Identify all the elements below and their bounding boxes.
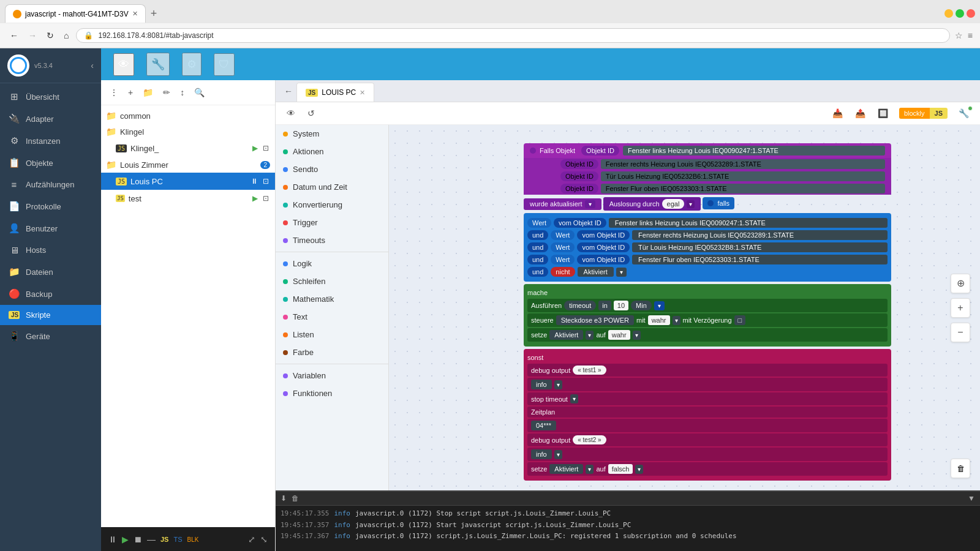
pause-louis-button[interactable]: ⏸: [249, 176, 259, 187]
block-mache[interactable]: mache Ausführen timeout in 10 Min: [524, 284, 891, 347]
close-button[interactable]: [967, 9, 975, 18]
sidebar-item-hosts[interactable]: 🖥 Hosts: [0, 239, 101, 261]
blockly-canvas[interactable]: Falls Objekt Objekt ID Fenster links Hei…: [389, 125, 980, 490]
editor-refresh-button[interactable]: ↺: [304, 106, 318, 121]
sidebar-item-gerate[interactable]: 📱 Geräte: [0, 325, 101, 347]
header-wrench-button[interactable]: 🔧: [146, 53, 170, 76]
run-klingel-button[interactable]: ▶: [251, 143, 259, 154]
refresh-button[interactable]: ↻: [44, 28, 56, 43]
cat-sendto[interactable]: Sendto: [276, 160, 388, 178]
sidebar-item-ubersicht[interactable]: ⊞ Übersicht: [0, 86, 101, 108]
cat-trigger[interactable]: Trigger: [276, 214, 388, 231]
folder-klingel[interactable]: 📁 Klingel: [101, 124, 275, 140]
block-zeitplan[interactable]: Zeitplan: [527, 407, 888, 418]
editor-tab-louis-pc[interactable]: JS LOUIS PC ✕: [296, 83, 374, 102]
cat-konvertierung[interactable]: Konvertierung: [276, 196, 388, 214]
open-louis-button[interactable]: ⊡: [262, 176, 270, 187]
block-setze[interactable]: setze Aktiviert ▾ auf wahr ▾: [527, 328, 888, 342]
open-test-button[interactable]: ⊡: [262, 193, 270, 204]
trash-button[interactable]: 🗑: [951, 459, 970, 478]
sort-button[interactable]: ↕: [176, 85, 188, 100]
cat-funktionen[interactable]: Funktionen: [276, 384, 388, 402]
block-debug2[interactable]: debug output « test2 »: [527, 433, 888, 446]
add-script-button[interactable]: +: [124, 85, 137, 100]
back-button[interactable]: ←: [7, 28, 21, 43]
script-test[interactable]: JS test ▶ ⊡: [101, 190, 275, 207]
sidebar-item-benutzer[interactable]: 👤 Benutzer: [0, 217, 101, 239]
block-falls-header[interactable]: Falls Objekt Objekt ID Fenster links Hei…: [524, 143, 891, 158]
zoom-in-button[interactable]: +: [951, 298, 970, 318]
block-debug1[interactable]: debug output « test1 »: [527, 364, 888, 377]
block-stop-timeout[interactable]: stop timeout ▾: [527, 392, 888, 405]
block-falls-objekt[interactable]: Falls Objekt Objekt ID Fenster links Hei…: [524, 143, 891, 481]
sidebar-item-objekte[interactable]: 📋 Objekte: [0, 152, 101, 174]
script-louis-pc[interactable]: JS Louis PC ⏸ ⊡: [101, 173, 275, 190]
cat-mathematik[interactable]: Mathematik: [276, 290, 388, 308]
collapse-sidebar-button[interactable]: ‹: [91, 61, 94, 70]
blockly-mode-button[interactable]: BLK: [187, 536, 199, 543]
sidebar-item-aufzahlungen[interactable]: ≡ Aufzählungen: [0, 174, 101, 195]
close-tab-editor-button[interactable]: ✕: [360, 89, 365, 97]
block-sonst[interactable]: sonst debug output « test1 »: [524, 349, 891, 481]
cat-schleifen[interactable]: Schleifen: [276, 272, 388, 290]
cat-datum[interactable]: Datum und Zeit: [276, 178, 388, 196]
block-setze-falsch[interactable]: setze Aktiviert ▾ auf falsch ▾: [527, 462, 888, 476]
settings-button[interactable]: 🔧: [955, 106, 973, 121]
active-tab[interactable]: javascript - mahott-G41MT-D3V ✕: [5, 4, 146, 23]
sidebar-item-skripte[interactable]: JS Skripte: [0, 305, 101, 325]
menu-button[interactable]: ≡: [968, 31, 973, 40]
sidebar-item-adapter[interactable]: 🔌 Adapter: [0, 108, 101, 130]
navigate-button[interactable]: ⊕: [951, 274, 970, 293]
sidebar-item-protokolle[interactable]: 📄 Protokolle: [0, 195, 101, 217]
editor-eye-button[interactable]: 👁: [283, 106, 299, 121]
cat-timeouts[interactable]: Timeouts: [276, 231, 388, 249]
block-info2[interactable]: info ▾: [527, 448, 888, 461]
block-auslosung[interactable]: Auslosung durch egal ▾: [603, 197, 701, 211]
block-conditions[interactable]: Wert vom Objekt ID Fenster links Heizung…: [524, 213, 891, 282]
expand-all-button[interactable]: ⤡: [260, 534, 268, 544]
blockly-mode-label[interactable]: blockly: [899, 108, 930, 119]
log-scroll-button[interactable]: ▼: [968, 494, 975, 503]
sidebar-item-backup[interactable]: 🔴 Backup: [0, 283, 101, 305]
js-mode-label[interactable]: JS: [930, 108, 948, 119]
collapse-all-button[interactable]: ⤢: [248, 534, 255, 544]
block-wurde-aktualisiert[interactable]: wurde aktualisiert ▾: [524, 198, 601, 210]
forward-button[interactable]: →: [26, 28, 39, 43]
ts-mode-button[interactable]: TS: [173, 536, 182, 543]
home-button[interactable]: ⌂: [61, 28, 71, 43]
play-all-button[interactable]: ▶: [122, 534, 129, 544]
new-tab-button[interactable]: +: [146, 7, 162, 20]
grid-view-button[interactable]: 🔲: [874, 106, 892, 121]
minimize-button[interactable]: [944, 9, 953, 18]
sidebar-item-instanzen[interactable]: ⚙ Instanzen: [0, 130, 101, 152]
edit-button[interactable]: ✏: [159, 85, 174, 100]
header-eye-button[interactable]: 👁: [113, 53, 134, 76]
block-falls-condition[interactable]: falls: [703, 197, 734, 209]
add-folder-button[interactable]: 📁: [139, 85, 157, 100]
block-steuere[interactable]: steuere Steckdose e3 POWER mit wahr ▾ mi…: [527, 313, 888, 327]
bookmark-button[interactable]: ☆: [955, 31, 963, 40]
log-clear-button[interactable]: 🗑: [292, 494, 299, 503]
close-tab-button[interactable]: ✕: [132, 10, 138, 18]
folder-louis-zimmer[interactable]: 📁 Louis Zimmer 2: [101, 157, 275, 173]
sidebar-item-dateien[interactable]: 📁 Dateien: [0, 261, 101, 283]
cat-aktionen[interactable]: Aktionen: [276, 143, 388, 160]
run-test-button[interactable]: ▶: [251, 193, 259, 204]
zoom-out-button[interactable]: −: [951, 323, 970, 342]
script-klingel[interactable]: JS Klingel_ ▶ ⊡: [101, 140, 275, 157]
log-download-button[interactable]: ⬇: [281, 494, 287, 503]
maximize-button[interactable]: [956, 9, 964, 18]
more-options-button[interactable]: ⋮: [106, 85, 122, 100]
search-button[interactable]: 🔍: [190, 85, 208, 100]
cat-system[interactable]: System: [276, 125, 388, 143]
header-gear-button[interactable]: ⚙: [182, 53, 202, 76]
header-shield-button[interactable]: 🛡: [214, 53, 235, 76]
block-ausfuhren[interactable]: Ausführen timeout in 10 Min ▾: [527, 299, 888, 312]
export-button[interactable]: 📥: [829, 106, 846, 121]
cat-farbe[interactable]: Farbe: [276, 343, 388, 361]
pause-all-button[interactable]: ⏸: [108, 534, 117, 544]
cat-text[interactable]: Text: [276, 308, 388, 326]
editor-back-button[interactable]: ←: [281, 83, 296, 100]
cat-variablen[interactable]: Variablen: [276, 367, 388, 384]
block-info1[interactable]: info ▾: [527, 378, 888, 391]
